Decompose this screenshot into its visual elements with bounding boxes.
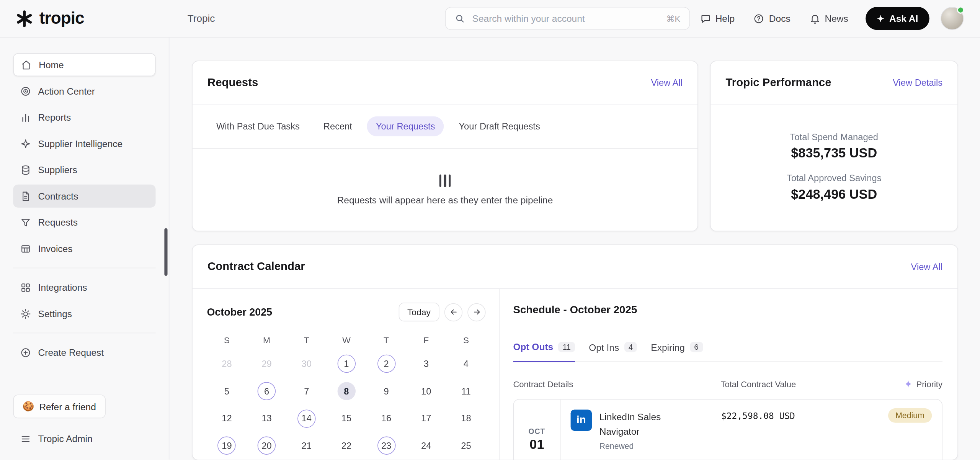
calendar-cell: 13 [247,405,287,432]
sidebar-item-label: Integrations [38,282,87,293]
top-nav: Help Docs News [700,13,848,24]
schedule-column-headers: Contract Details Total Contract Value ✦ … [513,378,942,390]
calendar-cell: 1 [327,350,366,377]
metric-total-approved-savings: Total Approved Savings $248,496 USD [710,173,957,202]
sidebar-item-reports[interactable]: Reports [13,106,155,129]
calendar-day[interactable]: 16 [377,409,395,427]
tab-recent[interactable]: Recent [315,116,361,136]
calendar-day[interactable]: 23 [377,437,395,455]
tab-expiring[interactable]: Expiring 6 [651,341,703,361]
calendar-cell: 14 [287,405,327,432]
main-content: Requests View All With Past Due Tasks Re… [169,38,980,460]
calendar-day-header: S [446,330,486,350]
requests-view-all-link[interactable]: View All [651,77,682,87]
help-label: Help [715,13,735,24]
calendar-day[interactable]: 8 [337,382,355,400]
calendar-day[interactable]: 18 [457,409,475,427]
ask-ai-button[interactable]: ✦ Ask AI [866,7,929,30]
tab-your-requests[interactable]: Your Requests [367,116,444,136]
schedule-row-linkedin[interactable]: OCT 01 in LinkedIn Sales Navigator Renew… [513,399,942,460]
calendar-cell: 24 [406,432,446,459]
calendar-cell: 4 [446,350,486,377]
calendar-cell: 6 [247,378,287,405]
sidebar-item-supplier-intelligence[interactable]: Supplier Intelligence [13,132,155,155]
sidebar-item-contracts[interactable]: Contracts [13,185,155,208]
docs-button[interactable]: Docs [753,13,791,24]
prev-month-button[interactable] [444,303,462,321]
calendar-cell: 8 [327,378,366,405]
calendar-day[interactable]: 7 [297,382,315,400]
calendar-day[interactable]: 5 [218,382,236,400]
sidebar-item-requests[interactable]: Requests [13,211,155,234]
calendar-day[interactable]: 1 [337,355,355,373]
calendar-day[interactable]: 4 [457,355,475,373]
news-button[interactable]: News [809,13,848,24]
sidebar-divider [13,333,155,334]
sidebar-item-settings[interactable]: Settings [13,302,155,325]
sidebar-item-label: Action Center [38,86,95,97]
calendar-day[interactable]: 11 [457,382,475,400]
tab-with-past-due-tasks[interactable]: With Past Due Tasks [207,116,309,136]
metric-label: Total Approved Savings [710,173,957,183]
help-button[interactable]: Help [700,13,735,24]
schedule-title: Schedule - October 2025 [513,304,942,316]
metric-label: Total Spend Managed [710,132,957,142]
sidebar-item-tropic-admin[interactable]: Tropic Admin [13,427,155,450]
tropic-logo[interactable]: tropic [15,9,172,28]
search-input[interactable] [471,13,660,25]
calendar-day[interactable]: 2 [377,355,395,373]
performance-metrics: Total Spend Managed $835,735 USD Total A… [710,105,957,202]
sidebar-scrollbar[interactable] [164,228,167,276]
refer-label: Refer a friend [39,401,96,412]
online-status-dot [957,6,965,14]
sidebar-item-suppliers[interactable]: Suppliers [13,158,155,181]
sidebar-item-integrations[interactable]: Integrations [13,276,155,299]
schedule-panel: Schedule - October 2025 Opt Outs 11 Opt … [500,289,957,460]
calendar-day[interactable]: 13 [258,409,276,427]
user-avatar[interactable] [941,7,964,30]
calendar-day[interactable]: 3 [417,355,435,373]
calendar-day-header: T [366,330,406,350]
tropic-logo-icon [15,9,34,28]
calendar-day[interactable]: 12 [218,409,236,427]
contract-calendar-card: Contract Calendar View All October 2025 … [192,244,958,460]
requests-empty-text: Requests will appear here as they enter … [337,195,553,205]
tab-opt-outs[interactable]: Opt Outs 11 [513,341,575,362]
calendar-day[interactable]: 22 [337,437,355,455]
calendar-day[interactable]: 15 [337,409,355,427]
next-month-button[interactable] [467,303,485,321]
refer-a-friend-button[interactable]: 🍪 Refer a friend [13,395,105,418]
calendar-day[interactable]: 29 [258,355,276,373]
calendar-day[interactable]: 10 [417,382,435,400]
calendar-day[interactable]: 25 [457,437,475,455]
calendar-view-all-link[interactable]: View All [911,262,942,272]
gear-icon [20,308,31,319]
sidebar-item-create-request[interactable]: Create Request [13,341,155,364]
calendar-cell: 17 [406,405,446,432]
calendar-day[interactable]: 24 [417,437,435,455]
calendar-day[interactable]: 19 [218,437,236,455]
performance-view-details-link[interactable]: View Details [893,77,942,87]
calendar-day[interactable]: 21 [297,437,315,455]
calendar-day[interactable]: 17 [417,409,435,427]
sidebar: Home Action Center Reports [0,38,169,460]
tab-opt-ins[interactable]: Opt Ins 4 [589,341,637,361]
sidebar-item-action-center[interactable]: Action Center [13,79,155,102]
calendar-cell: 28 [207,350,247,377]
calendar-day[interactable]: 30 [297,355,315,373]
tab-your-draft-requests[interactable]: Your Draft Requests [450,116,549,136]
calendar-day[interactable]: 6 [258,382,276,400]
sidebar-item-label: Suppliers [38,164,77,175]
global-search[interactable]: ⌘K [445,7,690,30]
requests-card: Requests View All With Past Due Tasks Re… [192,61,698,231]
sidebar-item-invoices[interactable]: Invoices [13,237,155,260]
calendar-day[interactable]: 9 [377,382,395,400]
news-label: News [825,13,848,24]
tab-label: Opt Ins [589,342,619,352]
calendar-day[interactable]: 14 [297,409,315,427]
calendar-day[interactable]: 28 [218,355,236,373]
calendar-cell: 10 [406,378,446,405]
sidebar-item-home[interactable]: Home [13,53,155,76]
today-button[interactable]: Today [399,303,439,321]
calendar-day[interactable]: 20 [258,437,276,455]
